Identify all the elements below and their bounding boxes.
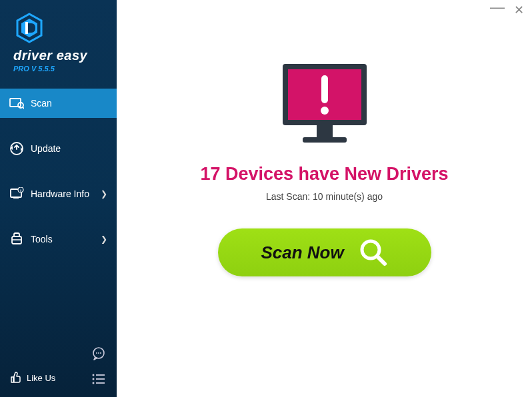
brand-logo-icon — [13, 12, 45, 44]
svg-point-17 — [93, 374, 95, 376]
sidebar: driver easy PRO V 5.5.5 Scan Update i Ha… — [0, 0, 117, 397]
hardware-icon: i — [9, 187, 24, 201]
nav-label: Tools — [31, 234, 53, 244]
like-us-label: Like Us — [27, 373, 55, 383]
svg-point-15 — [98, 352, 99, 354]
update-icon — [9, 141, 24, 156]
scan-now-label: Scan Now — [261, 242, 343, 263]
thumbs-up-icon — [9, 372, 21, 384]
main-area: 17 Devices have New Drivers Last Scan: 1… — [117, 0, 532, 397]
monitor-warning-icon — [275, 59, 375, 152]
chevron-right-icon: ❯ — [101, 189, 107, 198]
svg-line-30 — [377, 256, 385, 264]
minimize-button[interactable]: — — [490, 3, 505, 12]
nav-item-update[interactable]: Update — [0, 134, 117, 163]
scan-now-button[interactable]: Scan Now — [218, 228, 431, 276]
nav-item-hardware[interactable]: i Hardware Info ❯ — [0, 179, 117, 208]
brand-name: driver easy — [13, 48, 117, 63]
svg-rect-25 — [317, 125, 333, 137]
menu-list-icon[interactable] — [91, 373, 106, 388]
close-button[interactable]: ✕ — [514, 5, 524, 15]
nav-label: Hardware Info — [31, 189, 89, 199]
last-scan-label: Last Scan: 10 minute(s) ago — [266, 191, 383, 202]
svg-line-5 — [23, 107, 24, 109]
chevron-right-icon: ❯ — [101, 234, 107, 244]
scan-icon — [9, 96, 24, 111]
magnifier-icon — [359, 238, 388, 267]
status-headline: 17 Devices have New Drivers — [200, 164, 448, 185]
tools-icon — [9, 232, 24, 246]
svg-point-14 — [96, 352, 97, 354]
svg-rect-26 — [303, 137, 347, 143]
svg-point-16 — [100, 352, 101, 354]
nav-label: Update — [31, 143, 61, 154]
nav-item-scan[interactable]: Scan — [0, 89, 117, 118]
feedback-icon[interactable] — [91, 346, 106, 364]
svg-rect-8 — [13, 197, 19, 198]
nav-item-tools[interactable]: Tools ❯ — [0, 224, 117, 254]
svg-point-21 — [93, 382, 95, 384]
logo-block: driver easy PRO V 5.5.5 — [0, 0, 117, 79]
nav-label: Scan — [31, 98, 52, 109]
svg-point-19 — [93, 378, 95, 380]
svg-rect-2 — [25, 22, 28, 34]
like-us-button[interactable]: Like Us — [9, 372, 55, 384]
svg-point-28 — [321, 107, 329, 115]
version-label: PRO V 5.5.5 — [13, 65, 117, 73]
nav: Scan Update i Hardware Info ❯ Tools ❯ — [0, 89, 117, 254]
